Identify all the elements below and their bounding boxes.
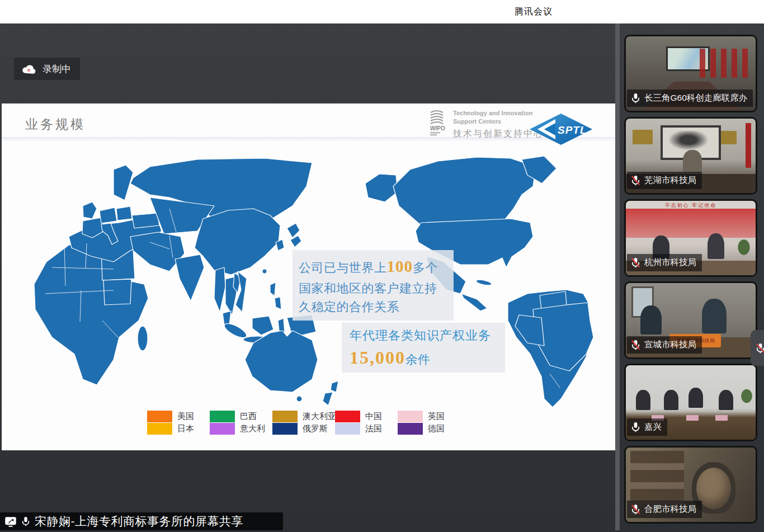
legend-label: 德国 [428, 423, 445, 434]
svg-text:WIPO: WIPO [430, 125, 445, 131]
participant-sidebar: 长三角G60科创走廊联席办 芜湖市科技局 不忘初心 牢记使命 [624, 35, 757, 524]
callout-clients: 公司已与世界上100多个国家和地区的客户建立持久稳定的合作关系 [293, 250, 454, 321]
recording-indicator[interactable]: 录制中 [14, 58, 80, 80]
legend-label: 法国 [365, 423, 382, 434]
participant-tile[interactable]: 芜湖市科技局 [624, 117, 757, 195]
participant-tile[interactable]: 合肥市科技局 [624, 446, 757, 524]
callout-clients-number: 100 [387, 257, 413, 275]
legend-label: 巴西 [240, 411, 257, 422]
mic-muted-icon [631, 257, 640, 268]
participant-label: 芜湖市科技局 [627, 172, 702, 189]
participant-label: 合肥市科技局 [627, 501, 702, 518]
participant-name: 宣城市科技局 [644, 339, 696, 351]
mic-muted-icon [631, 340, 640, 350]
legend-swatch [335, 411, 360, 422]
wipo-logo: WIPO Technology and Innovation Support C… [426, 109, 544, 140]
window-titlebar: 腾讯会议 [0, 0, 764, 23]
scene-shape [640, 305, 662, 335]
mic-muted-icon [756, 343, 764, 354]
country-philippines-2 [275, 297, 281, 309]
wipo-mark-icon: WIPO [426, 109, 448, 138]
scene-shape [633, 130, 653, 144]
callout-clients-pre: 公司已与世界上 [299, 261, 387, 275]
participant-name: 芜湖市科技局 [644, 175, 696, 186]
scene-shape [715, 415, 728, 421]
country-germany [100, 208, 117, 223]
legend-column: 英国 德国 [398, 410, 460, 435]
sptl-diamond-icon: SPTL [530, 114, 592, 145]
legend-swatch [335, 423, 360, 435]
legend-label: 美国 [177, 411, 194, 422]
participant-tile[interactable]: 长三角G60科创走廊联席办 [624, 35, 757, 112]
country-philippines-1 [270, 283, 276, 296]
slide-title: 业务规模 [25, 116, 86, 133]
floating-mic-control[interactable] [751, 330, 764, 366]
participant-tile[interactable]: 不忘初心 牢记使命 杭州市科技局 [624, 199, 757, 277]
screen-share-icon [4, 516, 17, 527]
participant-label: 长三角G60科创走廊联席办 [627, 90, 753, 107]
svg-text:SPTL: SPTL [558, 124, 587, 136]
scene-shape [664, 390, 678, 410]
scene-shape [719, 131, 737, 144]
callout-cases: 年代理各类知识产权业务 15,000余件 [342, 323, 505, 373]
scene-shape [626, 209, 756, 238]
country-madagascar [138, 326, 148, 351]
participant-label: 杭州市科技局 [627, 254, 702, 271]
country-canada [393, 157, 536, 225]
panel-divider [615, 23, 620, 530]
country-india [175, 255, 204, 301]
mic-icon [21, 516, 30, 526]
legend-swatch [272, 411, 298, 422]
app-title: 腾讯会议 [515, 6, 553, 18]
legend-column: 巴西 意大利 [210, 410, 272, 435]
mic-icon [631, 93, 640, 103]
country-alaska [365, 174, 398, 202]
legend-swatch [210, 411, 235, 422]
legend-swatch [398, 423, 423, 435]
scene-shape [688, 388, 703, 408]
legend-swatch [147, 423, 172, 435]
share-status-text: 宋静娴-上海专利商标事务所的屏幕共享 [35, 514, 243, 529]
country-tasmania [296, 396, 302, 402]
legend-swatch [272, 423, 298, 435]
participant-name: 合肥市科技局 [644, 503, 696, 515]
scene-shape [700, 49, 751, 78]
mic-icon [631, 422, 640, 432]
scene-shape [686, 415, 699, 421]
sptl-logo: SPTL [530, 114, 592, 147]
legend-swatch [210, 423, 235, 435]
country-taiwan [262, 269, 267, 274]
participant-tile[interactable]: 嘉兴 [624, 364, 757, 441]
recording-label: 录制中 [43, 63, 71, 76]
callout-cases-suffix: 余件 [405, 352, 430, 366]
meeting-window: 腾讯会议 录制中 业务规模 WIPO Technology and Inn [0, 0, 764, 532]
country-ukraine [132, 213, 159, 228]
scene-shape [630, 451, 684, 505]
country-nz-north [331, 381, 338, 392]
country-china [195, 209, 280, 275]
region-central-america [461, 294, 487, 311]
scene-shape [683, 150, 702, 172]
callout-cases-number: 15,000 [350, 347, 405, 368]
mic-muted-icon [631, 175, 640, 186]
legend-column: 澳大利亚 俄罗斯 [272, 410, 335, 435]
legend-label: 澳大利亚 [303, 411, 336, 422]
legend-label: 俄罗斯 [303, 423, 328, 434]
scene-shape [702, 299, 727, 333]
callout-cases-line1: 年代理各类知识产权业务 [350, 327, 497, 344]
participant-tile[interactable]: 张明星 市科技局 宣城市科技局 [624, 281, 757, 359]
country-sudan [103, 279, 131, 305]
legend-swatch [147, 411, 172, 422]
country-scandinavia [114, 165, 133, 200]
country-uk [83, 202, 97, 219]
participant-name: 杭州市科技局 [644, 257, 696, 269]
participant-label: 宣城市科技局 [627, 336, 702, 354]
legend-label: 英国 [428, 411, 445, 422]
country-sumatra [223, 321, 248, 341]
legend-column: 中国 法国 [335, 410, 398, 435]
country-cuba [475, 279, 492, 286]
map-legend: 美国 日本 巴西 意大利 澳大利亚 俄罗斯 中国 法国 英国 德国 [147, 410, 460, 435]
scene-shape [636, 390, 650, 410]
legend-label: 日本 [177, 423, 194, 434]
cloud-record-icon [21, 64, 36, 74]
